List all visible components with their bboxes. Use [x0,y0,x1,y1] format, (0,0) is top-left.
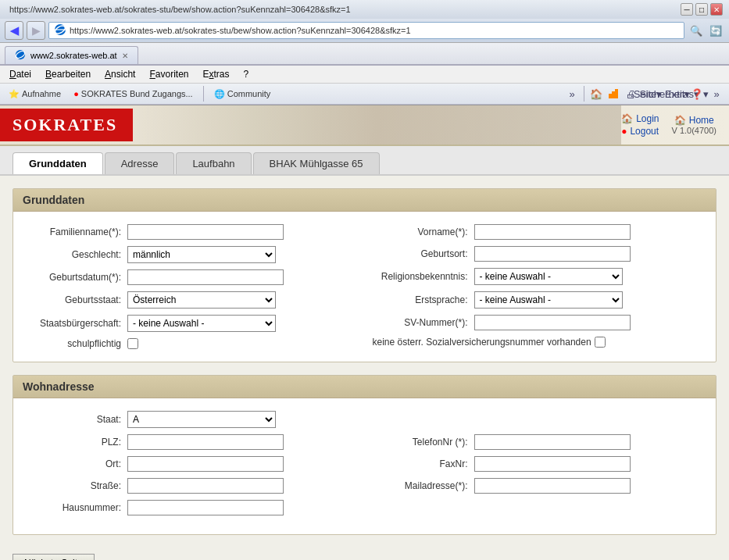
strasse-row: Straße: [26,478,349,494]
schulpflichtig-row: schulpflichtig [26,338,349,349]
geburtsstaat-select[interactable]: Österreich [127,291,276,309]
faxnr-input[interactable] [474,456,631,472]
tab-laufbahn[interactable]: Laufbahn [176,152,251,174]
toolbar-more2-icon[interactable]: » [709,86,724,102]
feeds-icon[interactable] [606,86,621,102]
menu-extras[interactable]: Extras [197,67,236,81]
menu-favoriten[interactable]: Favoriten [143,67,195,81]
menu-bearbeiten[interactable]: Bearbeiten [39,67,97,81]
grunddaten-col-right: Vorname(*): Geburtsort: Re [365,224,704,349]
familienname-label: Familienname(*): [26,226,127,237]
logout-link[interactable]: ● Logout [621,126,659,137]
religionsbekenntnis-row: Religionsbekenntnis: - keine Auswahl - [373,268,704,285]
svg-rect-6 [612,91,615,98]
geburtsdatum-row: Geburtsdatum(*): [26,269,349,285]
toolbar-community[interactable]: 🌐 Community [210,87,275,102]
strasse-label: Straße: [26,480,127,491]
wohnadresse-header: Wohnadresse [13,376,716,398]
geburtsstaat-field: Österreich [127,291,276,309]
address-bar[interactable]: https://www2.sokrates-web.at/sokrates-st… [48,22,684,39]
vorname-input[interactable] [474,224,631,240]
hausnummer-field [127,500,284,515]
staat-label: Staat: [26,414,127,425]
tab-bhak[interactable]: BHAK Mühlgasse 65 [253,152,380,174]
aufnahme-label: Aufnahme [22,89,61,98]
faxnr-row: FaxNr: [373,456,704,472]
ort-label: Ort: [26,458,127,469]
strasse-field [127,478,284,494]
app-content: Grunddaten Familienname(*): Geschlecht: [0,176,729,560]
geburtsort-input[interactable] [474,246,631,262]
login-label: Login [636,113,659,124]
plz-input[interactable] [127,434,284,450]
toolbar-aufnahme[interactable]: ⭐ Aufnahme [5,87,65,102]
telefonnr-input[interactable] [474,434,631,450]
home-label: Home [689,115,714,126]
schulpflichtig-checkbox[interactable] [127,338,138,349]
help-dropdown-icon[interactable]: ❓▾ [691,86,707,102]
ie-logo-icon [54,23,66,37]
logout-label: Logout [630,126,659,137]
vorname-field [474,224,631,240]
refresh-icon[interactable]: 🔄 [707,22,724,39]
extras-dropdown-icon[interactable]: Extras▾ [674,86,690,102]
grunddaten-header: Grunddaten [13,189,716,212]
staatsb-row: Staatsbürgerschaft: - keine Auswahl - [26,315,349,332]
close-button[interactable]: ✕ [710,3,723,16]
tab-grunddaten[interactable]: Grunddaten [13,152,103,174]
geschlecht-select[interactable]: männlich weiblich [127,246,276,263]
version-text: V 1.0(4700) [672,126,716,135]
toolbar-more-icon[interactable]: » [564,86,580,102]
geburtsdatum-input[interactable] [127,269,284,285]
app-header-right: 🏠 Login ● Logout 🏠 Home V 1.0(4700) [621,113,729,137]
app-header: SOKRATES 🏠 Login ● Logout 🏠 Home [0,105,729,146]
schulpflichtig-label: schulpflichtig [26,338,127,349]
staat-select[interactable]: A [127,411,276,428]
religionsbekenntnis-field: - keine Auswahl - [474,268,623,285]
menu-help[interactable]: ? [238,67,256,81]
user-actions: 🏠 Login ● Logout [621,113,659,137]
geburtsstaat-label: Geburtsstaat: [26,294,127,305]
staat-field: A [127,411,276,428]
forward-button[interactable]: ▶ [27,21,45,40]
erstsprache-label: Erstsprache: [373,294,474,305]
window-title: https://www2.sokrates-web.at/sokrates-st… [6,5,677,14]
erstsprache-select[interactable]: - keine Auswahl - [474,291,623,309]
next-page-button[interactable]: Nächste Seite [13,554,95,560]
geschlecht-row: Geschlecht: männlich weiblich [26,246,349,263]
hausnummer-input[interactable] [127,500,284,515]
strasse-input[interactable] [127,478,284,494]
home-nav-icon[interactable]: 🏠 [588,86,604,102]
login-link[interactable]: 🏠 Login [621,113,659,124]
religionsbekenntnis-label: Religionsbekenntnis: [373,271,474,282]
familienname-input[interactable] [127,224,284,240]
staatsb-select[interactable]: - keine Auswahl - [127,315,276,332]
mailadresse-input[interactable] [474,478,631,494]
sokrates-label: SOKRATES Bund Zugangs... [81,89,193,98]
home-link[interactable]: 🏠 Home [674,115,714,126]
tab-close-icon[interactable]: ✕ [122,52,128,60]
ort-input[interactable] [127,456,284,472]
title-bar: https://www2.sokrates-web.at/sokrates-st… [0,0,729,19]
kein-sv-row: keine österr. Sozialversicherungsnummer … [373,337,704,348]
menu-datei[interactable]: Datei [3,67,38,81]
geburtsstaat-row: Geburtsstaat: Österreich [26,291,349,309]
minimize-button[interactable]: ─ [681,3,693,16]
toolbar-sokrates[interactable]: ● SOKRATES Bund Zugangs... [70,87,197,101]
menu-ansicht[interactable]: Ansicht [98,67,141,81]
ort-field [127,456,284,472]
search-icon[interactable]: 🔍 [688,22,705,39]
kein-sv-checkbox[interactable] [595,337,606,348]
app-container: SOKRATES 🏠 Login ● Logout 🏠 Home [0,105,729,560]
religionsbekenntnis-select[interactable]: - keine Auswahl - [474,268,623,285]
tab-adresse[interactable]: Adresse [105,152,175,174]
mailadresse-row: Mailadresse(*): [373,478,704,494]
button-row: Nächste Seite [13,548,716,560]
sokrates-logo: SOKRATES [0,109,133,141]
maximize-button[interactable]: □ [695,3,708,16]
sv-nummer-input[interactable] [474,315,631,330]
community-label: Community [227,89,271,98]
back-button[interactable]: ◀ [5,21,23,40]
browser-tab[interactable]: www2.sokrates-web.at ✕ [5,46,138,64]
grunddaten-columns: Familienname(*): Geschlecht: männlich we… [26,224,703,349]
